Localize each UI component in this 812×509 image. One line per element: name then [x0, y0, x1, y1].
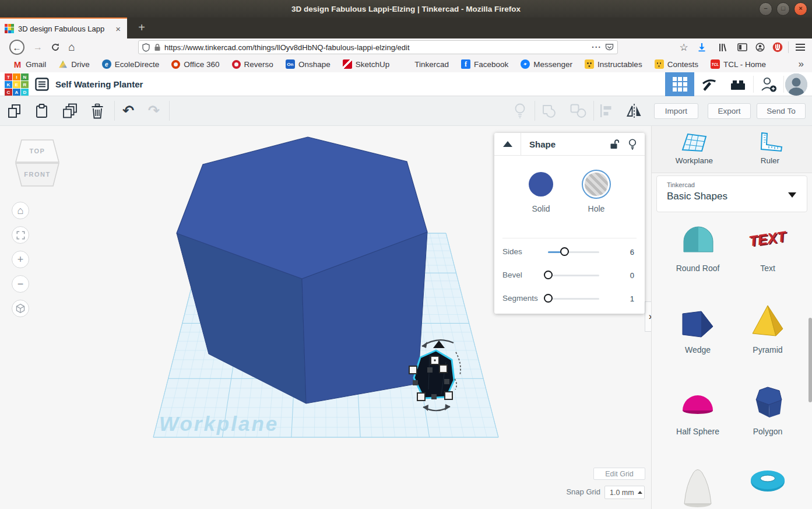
library-button[interactable]	[716, 38, 731, 56]
avatar[interactable]	[785, 73, 807, 96]
back-button[interactable]: ←	[8, 38, 26, 56]
paste-button[interactable]	[31, 96, 51, 125]
bookmark-sketchup[interactable]: SketchUp	[343, 59, 390, 69]
bookmark-facebook[interactable]: fFacebook	[461, 59, 508, 69]
solid-option[interactable]	[529, 172, 553, 196]
ungroup-button[interactable]	[567, 96, 590, 125]
downloads-button[interactable]	[694, 38, 709, 56]
fit-view-button[interactable]	[12, 226, 29, 244]
invite-people-button[interactable]	[754, 72, 783, 96]
ruler-tool[interactable]: Ruler	[738, 132, 802, 165]
zoom-in-button[interactable]: +	[12, 251, 29, 268]
redo-button[interactable]: ↷	[143, 96, 164, 125]
view-cube[interactable]: TOP FRONT	[15, 139, 59, 188]
mirror-button[interactable]	[623, 96, 646, 125]
design-title[interactable]: Self Watering Planter	[55, 72, 143, 96]
forward-button[interactable]: →	[30, 38, 45, 56]
url-bar[interactable]: https://www.tinkercad.com/things/llOyv8d…	[138, 40, 618, 54]
tracking-shield-icon[interactable]	[142, 43, 150, 52]
show-all-button[interactable]	[509, 96, 530, 125]
bevel-slider[interactable]	[548, 275, 599, 276]
bookmark-reverso[interactable]: Reverso	[232, 60, 273, 69]
shape-tile-wedge[interactable]: Wedge	[666, 300, 730, 354]
perspective-toggle-button[interactable]	[12, 300, 29, 317]
bookmark-drive[interactable]: Drive	[58, 59, 90, 69]
workplane-tool[interactable]: Workplane	[662, 132, 726, 165]
tab-close-icon[interactable]: ×	[114, 24, 122, 34]
scale-handle-corner[interactable]	[440, 365, 447, 373]
bookmark-tcl[interactable]: TCLTCL - Home	[711, 59, 766, 69]
collapse-panel-button[interactable]	[494, 133, 521, 155]
window-minimize-button[interactable]: –	[759, 2, 772, 16]
adblock-button[interactable]	[770, 38, 785, 56]
new-tab-button[interactable]: +	[133, 17, 150, 38]
segments-slider-handle[interactable]	[544, 294, 553, 303]
bricks-button[interactable]	[723, 72, 753, 96]
reload-button[interactable]	[48, 38, 63, 56]
bookmark-instructables[interactable]: Instructables	[585, 59, 642, 69]
scale-handle-mid[interactable]	[431, 394, 437, 399]
page-actions-icon[interactable]: ···	[592, 43, 602, 52]
bookmark-office360[interactable]: Office 360	[171, 60, 219, 69]
lock-icon[interactable]	[154, 43, 161, 51]
import-button[interactable]: Import	[654, 103, 698, 119]
send-to-button[interactable]: Send To	[757, 103, 806, 119]
view-cube-front-label[interactable]: FRONT	[24, 171, 50, 178]
shape-tile-pyramid[interactable]: Pyramid	[736, 300, 800, 354]
unlock-icon[interactable]	[610, 139, 619, 149]
align-button[interactable]	[596, 96, 617, 125]
bookmark-onshape[interactable]: OnOnshape	[286, 59, 331, 69]
menu-button[interactable]	[793, 38, 808, 56]
scale-handle-mid[interactable]	[444, 379, 449, 384]
bookmark-tinkercad[interactable]: Tinkercad	[402, 59, 449, 69]
bookmark-contests[interactable]: Contests	[655, 59, 698, 69]
window-maximize-button[interactable]: □	[776, 2, 790, 16]
snap-grid-select[interactable]: 1.0 mm	[604, 486, 645, 499]
shape-tile-half-sphere[interactable]: Half Sphere	[666, 381, 730, 436]
bevel-slider-handle[interactable]	[544, 271, 553, 279]
scale-handle-corner[interactable]	[409, 366, 417, 374]
tinkercad-logo[interactable]: TIN KER CAD	[5, 73, 29, 96]
sides-slider-handle[interactable]	[560, 247, 569, 256]
dashboard-3d-button[interactable]	[665, 72, 694, 96]
view-cube-top-label[interactable]: TOP	[30, 148, 45, 155]
design-properties-button[interactable]	[35, 78, 49, 93]
sidebars-button[interactable]	[734, 38, 750, 56]
bookmark-gmail[interactable]: MGmail	[13, 59, 46, 69]
window-close-button[interactable]: ×	[794, 2, 807, 16]
sides-slider[interactable]	[548, 251, 599, 253]
account-button[interactable]	[753, 38, 768, 56]
edit-grid-button[interactable]: Edit Grid	[593, 468, 645, 480]
zoom-out-button[interactable]: −	[12, 275, 29, 293]
shape-tile-text[interactable]: TEXTTEXT Text	[736, 218, 800, 273]
scale-handle-corner[interactable]	[445, 392, 452, 399]
bookmark-star-icon[interactable]: ☆	[676, 38, 691, 56]
scale-handle-mid[interactable]	[427, 367, 433, 373]
shape-tile-torus[interactable]	[736, 459, 800, 505]
minecraft-button[interactable]	[694, 72, 723, 96]
segments-slider[interactable]	[548, 298, 599, 300]
group-button[interactable]	[537, 96, 561, 125]
scale-handle-corner[interactable]	[417, 393, 425, 401]
shape-tile-paraboloid[interactable]	[666, 459, 730, 509]
bookmark-ecoledirecte[interactable]: eEcoleDirecte	[102, 59, 160, 69]
url-text[interactable]: https://www.tinkercad.com/things/llOyv8d…	[164, 43, 588, 52]
browser-tab-active[interactable]: 3D design Fabulous Lapp ×	[0, 17, 127, 38]
home-view-button[interactable]: ⌂	[12, 202, 29, 219]
pocket-save-icon[interactable]	[605, 43, 614, 51]
duplicate-button[interactable]	[59, 96, 80, 125]
home-button[interactable]: ⌂	[64, 38, 79, 56]
shape-tile-polygon[interactable]: Polygon	[736, 381, 800, 436]
shape-tile-round-roof[interactable]: Round Roof	[666, 218, 730, 273]
export-button[interactable]: Export	[708, 103, 751, 119]
scale-handle-mid[interactable]	[413, 380, 418, 385]
bookmark-messenger[interactable]: Messenger	[521, 59, 572, 69]
delete-button[interactable]	[87, 96, 107, 125]
sidebar-scrollbar[interactable]	[809, 318, 812, 402]
hole-option[interactable]	[582, 170, 611, 199]
hide-lightbulb-icon[interactable]	[628, 139, 637, 150]
copy-button[interactable]	[5, 96, 24, 125]
undo-button[interactable]: ↶	[118, 96, 139, 125]
shape-library-dropdown[interactable]: Tinkercad Basic Shapes	[656, 175, 807, 212]
bookmarks-overflow-chevron[interactable]: »	[799, 56, 804, 72]
